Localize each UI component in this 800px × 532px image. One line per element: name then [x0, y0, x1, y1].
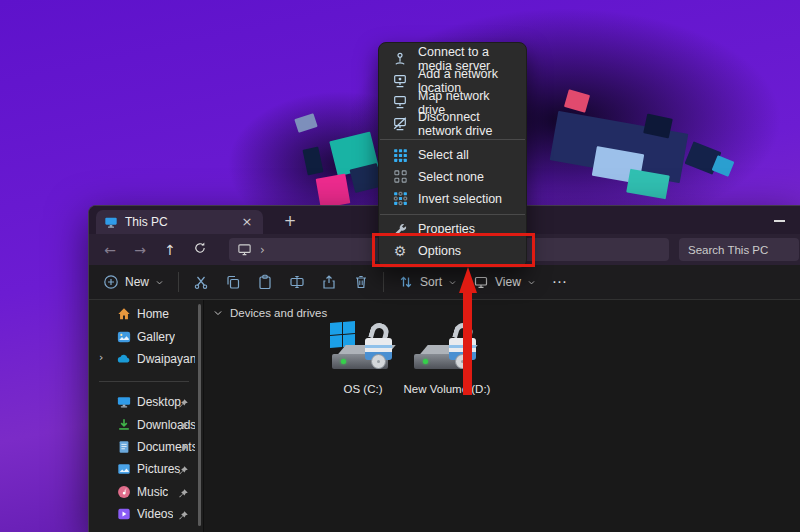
select-none-icon	[392, 169, 408, 185]
search-box[interactable]: Search This PC	[679, 238, 799, 261]
up-button[interactable]: ↑	[155, 242, 185, 258]
drive-status-led	[341, 359, 346, 364]
paste-icon	[257, 274, 273, 290]
menu-item-label: Invert selection	[418, 192, 502, 206]
back-button[interactable]: ←	[95, 242, 125, 258]
chevron-down-icon	[213, 308, 223, 318]
videos-icon	[117, 507, 131, 521]
wallpaper-shape	[712, 155, 735, 177]
share-icon	[321, 274, 337, 290]
sidebar-item-label: Gallery	[137, 330, 175, 344]
annotation-arrow-shaft	[463, 291, 472, 395]
menu-item-label: Select all	[418, 148, 469, 162]
toolbar-divider	[383, 272, 384, 292]
invert-selection-icon	[392, 191, 408, 207]
chevron-down-icon	[155, 278, 164, 287]
menu-item-disconnect-network-drive[interactable]: Disconnect network drive	[379, 113, 526, 135]
expand-chevron-icon[interactable]: ›	[99, 351, 103, 364]
menu-item-select-none[interactable]: Select none	[379, 166, 526, 188]
new-button[interactable]: New	[95, 268, 172, 296]
pin-icon	[177, 508, 189, 520]
view-button-label: View	[495, 275, 521, 289]
rename-icon	[289, 274, 305, 290]
minimize-icon	[774, 220, 785, 222]
trash-icon	[353, 274, 369, 290]
downloads-icon	[117, 418, 131, 432]
disconnect-network-drive-icon	[392, 116, 408, 132]
desktop-icon	[117, 395, 131, 409]
pin-icon	[177, 441, 189, 453]
rename-button[interactable]	[281, 268, 313, 296]
wallpaper-shape	[294, 113, 317, 132]
window-body: Home Gallery › Dwaipayan - Per Desktop D…	[89, 300, 800, 532]
command-toolbar: New Sort View	[89, 265, 800, 300]
content-pane: Devices and drives OS (C:)	[205, 300, 800, 532]
sidebar-item-home[interactable]: Home	[93, 303, 195, 325]
sidebar-item-gallery[interactable]: Gallery	[93, 325, 195, 347]
plus-circle-icon	[103, 274, 119, 290]
tab-close-icon[interactable]: ×	[239, 214, 255, 230]
sidebar-item-label: Pictures	[137, 462, 180, 476]
map-network-drive-icon	[392, 94, 408, 110]
onedrive-cloud-icon	[117, 352, 131, 366]
drive-status-led	[423, 359, 428, 364]
new-button-label: New	[125, 275, 149, 289]
drive-label: OS (C:)	[317, 383, 409, 395]
devices-and-drives-header[interactable]: Devices and drives	[213, 307, 327, 319]
windows-logo-icon	[330, 321, 355, 348]
pin-icon	[177, 463, 189, 475]
minimize-button[interactable]	[766, 212, 792, 230]
sidebar-item-onedrive[interactable]: › Dwaipayan - Per	[93, 348, 195, 370]
sort-button[interactable]: Sort	[390, 268, 465, 296]
sidebar-item-label: Music	[137, 485, 168, 499]
tab-this-pc[interactable]: This PC ×	[96, 210, 263, 234]
menu-item-label: Select none	[418, 170, 484, 184]
menu-item-label: Disconnect network drive	[418, 110, 516, 138]
sort-icon	[398, 274, 414, 290]
pin-icon	[177, 396, 189, 408]
see-more-button[interactable]: ⋯	[544, 268, 576, 296]
drive-os-c[interactable]: OS (C:)	[317, 318, 409, 395]
gallery-icon	[117, 330, 131, 344]
sidebar-item-documents[interactable]: Documents	[93, 436, 195, 458]
refresh-button[interactable]	[185, 241, 215, 258]
paste-button[interactable]	[249, 268, 281, 296]
refresh-icon	[193, 241, 207, 255]
music-icon	[117, 485, 131, 499]
menu-divider	[380, 214, 525, 215]
drive-new-volume-d[interactable]: New Volume (D:)	[401, 318, 493, 395]
sidebar-item-label: Videos	[137, 507, 173, 521]
sidebar-item-videos[interactable]: Videos	[93, 503, 195, 525]
copy-button[interactable]	[217, 268, 249, 296]
pictures-icon	[117, 462, 131, 476]
sidebar-item-downloads[interactable]: Downloads	[93, 413, 195, 435]
drive-label: New Volume (D:)	[401, 383, 493, 395]
cut-button[interactable]	[185, 268, 217, 296]
home-icon	[117, 307, 131, 321]
sidebar-item-label: Dwaipayan - Per	[137, 352, 195, 366]
chevron-down-icon	[448, 278, 457, 287]
tab-title: This PC	[125, 215, 168, 229]
menu-item-invert-selection[interactable]: Invert selection	[379, 188, 526, 210]
highlight-rectangle	[372, 233, 535, 267]
chevron-down-icon	[527, 278, 536, 287]
pin-icon	[177, 419, 189, 431]
media-server-icon	[392, 51, 408, 67]
forward-button[interactable]: →	[125, 242, 155, 258]
menu-item-select-all[interactable]: Select all	[379, 144, 526, 166]
section-header-label: Devices and drives	[230, 307, 327, 319]
menu-divider	[380, 139, 525, 140]
share-button[interactable]	[313, 268, 345, 296]
sidebar-scrollbar[interactable]	[198, 304, 201, 526]
network-location-icon	[392, 73, 408, 89]
sidebar-item-music[interactable]: Music	[93, 481, 195, 503]
sidebar-item-desktop[interactable]: Desktop	[93, 391, 195, 413]
hard-drive-bitlocker-unlocked-icon	[330, 318, 396, 376]
sidebar-item-pictures[interactable]: Pictures	[93, 458, 195, 480]
more-icon: ⋯	[552, 273, 568, 291]
sidebar-divider	[99, 381, 189, 382]
search-placeholder: Search This PC	[688, 244, 768, 256]
wallpaper-shape	[302, 147, 323, 176]
new-tab-button[interactable]: +	[279, 211, 301, 233]
delete-button[interactable]	[345, 268, 377, 296]
